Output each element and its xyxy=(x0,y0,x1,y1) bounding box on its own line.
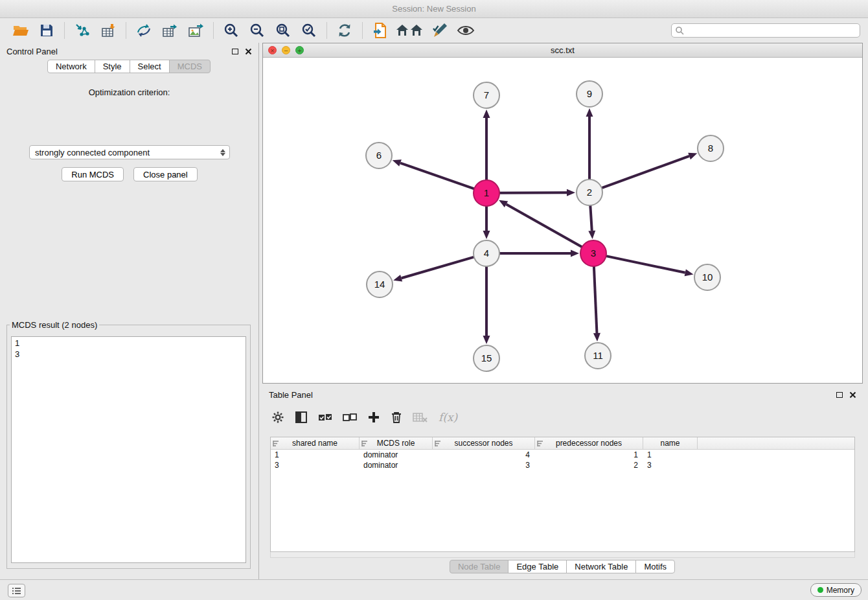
graph-edge-1-6[interactable] xyxy=(400,163,474,189)
close-window-icon[interactable] xyxy=(268,46,277,54)
memory-label: Memory xyxy=(827,586,854,595)
apply-style-icon[interactable] xyxy=(427,20,453,41)
float-panel-icon[interactable] xyxy=(232,49,238,54)
graph-edge-1-2[interactable] xyxy=(499,192,567,193)
table-horizontal-scrollbar[interactable] xyxy=(270,552,855,558)
tab-style[interactable]: Style xyxy=(95,60,130,73)
table-cell[interactable]: 1 xyxy=(535,450,643,459)
network-analyzer-icon[interactable] xyxy=(393,20,427,41)
table-cell[interactable]: 3 xyxy=(643,461,698,470)
table-cell[interactable]: dominator xyxy=(360,450,433,459)
delete-row-icon[interactable] xyxy=(391,411,402,424)
save-session-icon[interactable] xyxy=(34,20,60,41)
table-cell[interactable]: 1 xyxy=(643,450,698,459)
task-history-icon[interactable] xyxy=(8,584,25,597)
refresh-icon[interactable] xyxy=(332,20,358,41)
graph-node-label: 4 xyxy=(484,248,489,259)
mcds-result-title: MCDS result (2 nodes) xyxy=(10,320,99,330)
graph-edge-arrow xyxy=(586,108,593,117)
table-cell[interactable]: 3 xyxy=(433,461,535,470)
zoom-out-icon[interactable] xyxy=(244,20,270,41)
table-row[interactable]: 1dominator411 xyxy=(271,450,854,460)
graph-edge-arrow xyxy=(593,333,600,341)
add-row-icon[interactable] xyxy=(367,411,380,424)
toolbar-separator xyxy=(326,22,327,39)
network-window-titlebar[interactable]: scc.txt xyxy=(263,43,862,58)
memory-status-icon xyxy=(817,587,823,593)
new-network-from-selection-icon[interactable] xyxy=(367,20,393,41)
minimize-window-icon[interactable] xyxy=(282,46,290,54)
column-header-shared-name[interactable]: shared name xyxy=(271,437,360,449)
column-header-successor-nodes[interactable]: successor nodes xyxy=(433,437,535,449)
close-table-panel-icon[interactable] xyxy=(849,391,856,398)
graph-node-label: 8 xyxy=(708,143,713,154)
table-cell[interactable]: 4 xyxy=(433,450,535,459)
toolbar-separator xyxy=(362,22,363,39)
import-network-icon[interactable] xyxy=(69,20,95,41)
control-panel-header: Control Panel xyxy=(0,43,258,60)
tab-network[interactable]: Network xyxy=(47,60,95,73)
graph-edge-3-10[interactable] xyxy=(606,256,685,273)
gear-icon[interactable] xyxy=(271,411,284,424)
deselect-all-icon[interactable] xyxy=(343,411,357,423)
mcds-result-box[interactable]: 1 3 xyxy=(11,336,246,563)
table-cell[interactable]: 2 xyxy=(535,461,643,470)
graph-edge-arrow xyxy=(567,189,575,196)
select-all-icon[interactable] xyxy=(318,411,332,423)
memory-button[interactable]: Memory xyxy=(810,583,862,597)
graph-node-label: 7 xyxy=(484,89,489,100)
export-network-icon[interactable] xyxy=(131,20,157,41)
tab-node-table[interactable]: Node Table xyxy=(450,560,509,573)
zoom-fit-icon[interactable] xyxy=(270,20,296,41)
tab-network-table[interactable]: Network Table xyxy=(566,560,636,573)
delete-table-icon[interactable] xyxy=(413,411,428,423)
show-hide-icon[interactable] xyxy=(453,20,479,41)
table-cell[interactable]: 3 xyxy=(271,461,360,470)
zoom-in-icon[interactable] xyxy=(218,20,244,41)
graph-node-label: 2 xyxy=(587,187,592,198)
export-table-icon[interactable] xyxy=(157,20,183,41)
column-header-mcds-role[interactable]: MCDS role xyxy=(360,437,433,449)
table-panel-tabs: Node Table Edge Table Network Table Moti… xyxy=(262,560,863,573)
tab-mcds[interactable]: MCDS xyxy=(169,60,211,73)
close-panel-icon[interactable] xyxy=(245,48,252,55)
column-header-name[interactable]: name xyxy=(643,437,698,449)
dropdown-stepper-icon xyxy=(220,149,227,156)
float-table-panel-icon[interactable] xyxy=(836,392,843,398)
close-panel-button[interactable]: Close panel xyxy=(133,167,198,181)
graph-node-label: 6 xyxy=(376,150,382,161)
tab-motifs[interactable]: Motifs xyxy=(635,560,675,573)
graph-edge-2-3[interactable] xyxy=(590,205,591,231)
graph-edge-2-8[interactable] xyxy=(602,156,689,188)
search-field-wrap xyxy=(671,23,860,38)
control-panel-tabs: Network Style Select MCDS xyxy=(0,60,258,73)
export-image-icon[interactable] xyxy=(183,20,209,41)
table-cell[interactable]: dominator xyxy=(360,461,433,470)
run-mcds-button[interactable]: Run MCDS xyxy=(62,167,124,181)
graph-edge-3-11[interactable] xyxy=(594,266,597,333)
window-titlebar: Session: New Session xyxy=(0,0,868,18)
graph-edge-arrow xyxy=(483,110,490,118)
column-header-predecessor-nodes[interactable]: predecessor nodes xyxy=(535,437,643,449)
graph-edge-3-1[interactable] xyxy=(506,204,582,247)
open-session-icon[interactable] xyxy=(8,20,34,41)
node-table: shared name MCDS role successor nodes pr… xyxy=(270,437,855,552)
maximize-window-icon[interactable] xyxy=(295,46,304,54)
tab-edge-table[interactable]: Edge Table xyxy=(508,560,567,573)
table-cell[interactable]: 1 xyxy=(271,450,360,459)
import-table-icon[interactable] xyxy=(95,20,121,41)
graph-edge-arrow xyxy=(688,153,697,159)
graph-edge-arrow xyxy=(393,159,402,166)
tab-select[interactable]: Select xyxy=(130,60,170,73)
table-row[interactable]: 3dominator323 xyxy=(271,460,854,470)
criterion-dropdown[interactable]: strongly connected component xyxy=(29,145,230,159)
column-layout-icon[interactable] xyxy=(295,411,308,424)
search-input[interactable] xyxy=(671,23,860,38)
graph-edge-4-14[interactable] xyxy=(402,257,474,279)
zoom-selected-icon[interactable] xyxy=(296,20,322,41)
network-canvas[interactable]: 7968124314101511 xyxy=(263,58,862,383)
function-icon[interactable]: f(x) xyxy=(439,411,457,424)
search-icon xyxy=(675,26,684,38)
graph-node-label: 10 xyxy=(702,271,713,283)
mcds-result-line: 3 xyxy=(15,349,242,360)
